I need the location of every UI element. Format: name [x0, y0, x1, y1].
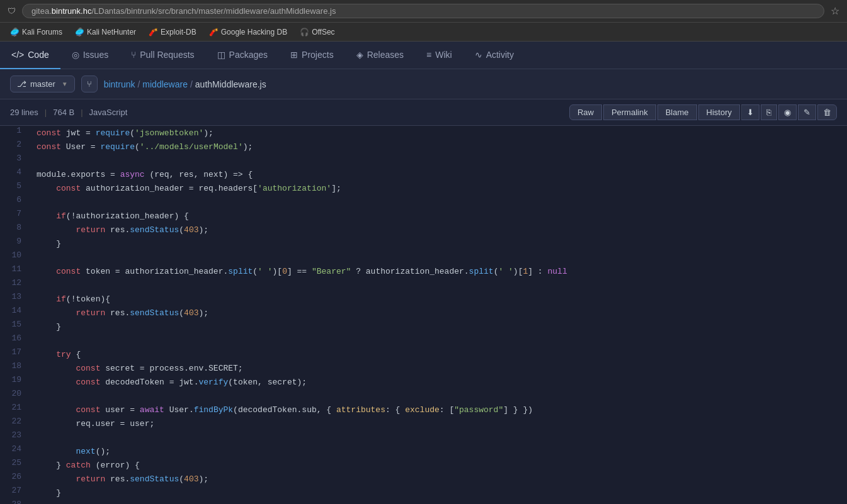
- line-number: 18: [0, 361, 31, 375]
- releases-icon: ◈: [356, 50, 363, 60]
- line-code: [31, 195, 847, 209]
- breadcrumb: bintrunk / middleware / authMiddleware.j…: [104, 79, 266, 89]
- tab-activity[interactable]: ∿ Activity: [463, 42, 525, 69]
- line-code: [31, 333, 847, 347]
- pull-requests-icon: ⑂: [131, 50, 136, 60]
- line-code: [31, 430, 847, 444]
- browser-nav-icons: 🛡: [8, 6, 16, 16]
- url-bar[interactable]: gitea.bintrunk.hc/LDantas/bintrunk/src/b…: [22, 4, 824, 18]
- line-number: 3: [0, 154, 31, 167]
- line-number: 26: [0, 472, 31, 486]
- table-row: 5 const authorization_header = req.heade…: [0, 181, 847, 195]
- raw-button[interactable]: Raw: [569, 104, 602, 120]
- code-table: 1const jwt = require('jsonwebtoken');2co…: [0, 126, 847, 504]
- table-row: 11 const token = authorization_header.sp…: [0, 264, 847, 278]
- tab-code[interactable]: </> Code: [0, 42, 60, 69]
- bookmark-kali-nethunter[interactable]: 🥏 Kali NetHunter: [70, 26, 141, 38]
- fork-icon: ⑂: [87, 79, 92, 89]
- table-row: 22 req.user = user;: [0, 417, 847, 430]
- permalink-button[interactable]: Permalink: [603, 104, 656, 120]
- table-row: 27 }: [0, 486, 847, 500]
- bookmark-label: Kali Forums: [22, 28, 62, 36]
- download-button[interactable]: ⬇: [741, 104, 759, 120]
- fork-button[interactable]: ⑂: [81, 76, 98, 92]
- line-code: const token = authorization_header.split…: [31, 264, 847, 278]
- bookmark-exploit-db[interactable]: 🧨 Exploit-DB: [144, 26, 202, 38]
- line-number: 25: [0, 458, 31, 472]
- line-number: 24: [0, 444, 31, 458]
- line-number: 10: [0, 250, 31, 264]
- bookmarks-bar: 🥏 Kali Forums 🥏 Kali NetHunter 🧨 Exploit…: [0, 23, 847, 42]
- bookmark-kali-forums[interactable]: 🥏 Kali Forums: [5, 26, 67, 38]
- tab-wiki[interactable]: ≡ Wiki: [415, 42, 463, 69]
- file-meta: 29 lines | 764 B | JavaScript: [10, 108, 127, 117]
- blame-button[interactable]: Blame: [657, 104, 697, 120]
- bookmark-label: Kali NetHunter: [87, 28, 136, 36]
- tab-pull-requests[interactable]: ⑂ Pull Requests: [120, 42, 205, 69]
- table-row: 24 next();: [0, 444, 847, 458]
- line-code: [31, 389, 847, 403]
- line-number: 4: [0, 167, 31, 181]
- table-row: 9 }: [0, 237, 847, 250]
- table-row: 3: [0, 154, 847, 167]
- breadcrumb-link-middleware[interactable]: middleware: [142, 79, 188, 89]
- line-code: if(!authorization_header) {: [31, 209, 847, 223]
- line-code: } catch (error) {: [31, 458, 847, 472]
- table-row: 18 const secret = process.env.SECRET;: [0, 361, 847, 375]
- table-row: 19 const decodedToken = jwt.verify(token…: [0, 375, 847, 389]
- line-code: }: [31, 320, 847, 333]
- line-number: 21: [0, 403, 31, 417]
- bookmark-google-hacking-db[interactable]: 🧨 Google Hacking DB: [204, 26, 292, 38]
- packages-icon: ◫: [217, 50, 225, 60]
- line-number: 1: [0, 126, 31, 140]
- line-number: 20: [0, 389, 31, 403]
- shield-icon: 🛡: [8, 6, 16, 16]
- bookmark-label: OffSec: [312, 28, 334, 36]
- line-code: if(!token){: [31, 292, 847, 306]
- line-code: return res.sendStatus(403);: [31, 223, 847, 237]
- table-row: 20: [0, 389, 847, 403]
- meta-sep-1: |: [45, 108, 47, 117]
- table-row: 2const User = require('../models/userMod…: [0, 140, 847, 154]
- breadcrumb-link-root[interactable]: bintrunk: [104, 79, 135, 89]
- bookmark-offsec[interactable]: 🎧 OffSec: [295, 26, 339, 38]
- bookmark-star-icon[interactable]: ☆: [831, 5, 839, 17]
- line-code: module.exports = async (req, res, next) …: [31, 167, 847, 181]
- table-row: 7 if(!authorization_header) {: [0, 209, 847, 223]
- offsec-emoji: 🎧: [300, 28, 309, 36]
- kali-forums-emoji: 🥏: [10, 28, 20, 36]
- line-code: const user = await User.findByPk(decoded…: [31, 403, 847, 417]
- line-number: 11: [0, 264, 31, 278]
- tab-releases[interactable]: ◈ Releases: [345, 42, 415, 69]
- tab-wiki-label: Wiki: [435, 50, 452, 60]
- rss-button[interactable]: ◉: [778, 104, 797, 120]
- delete-button[interactable]: 🗑: [817, 104, 837, 120]
- file-info-bar: 29 lines | 764 B | JavaScript Raw Permal…: [0, 99, 847, 126]
- tab-issues[interactable]: ◎ Issues: [60, 42, 120, 69]
- line-code: const decodedToken = jwt.verify(token, s…: [31, 375, 847, 389]
- table-row: 28: [0, 500, 847, 504]
- table-row: 14 return res.sendStatus(403);: [0, 306, 847, 320]
- exploit-db-emoji: 🧨: [149, 28, 158, 36]
- branch-selector[interactable]: ⎇ master ▼: [10, 76, 75, 92]
- table-row: 26 return res.sendStatus(403);: [0, 472, 847, 486]
- tab-projects[interactable]: ⊞ Projects: [279, 42, 345, 69]
- line-code: const jwt = require('jsonwebtoken');: [31, 126, 847, 140]
- breadcrumb-sep-2: /: [190, 79, 193, 89]
- edit-button[interactable]: ✎: [798, 104, 816, 120]
- tab-packages[interactable]: ◫ Packages: [206, 42, 279, 69]
- file-size: 764 B: [53, 108, 74, 117]
- issues-icon: ◎: [72, 50, 79, 60]
- branch-icon: ⎇: [17, 79, 26, 89]
- table-row: 10: [0, 250, 847, 264]
- line-number: 6: [0, 195, 31, 209]
- line-code: [31, 154, 847, 167]
- tab-code-label: Code: [28, 50, 48, 60]
- meta-sep-2: |: [81, 108, 82, 117]
- history-button[interactable]: History: [698, 104, 740, 120]
- kali-nethunter-emoji: 🥏: [75, 28, 84, 36]
- line-number: 27: [0, 486, 31, 500]
- bookmark-label: Google Hacking DB: [221, 28, 287, 36]
- activity-icon: ∿: [475, 50, 482, 60]
- copy-button[interactable]: ⎘: [761, 104, 777, 120]
